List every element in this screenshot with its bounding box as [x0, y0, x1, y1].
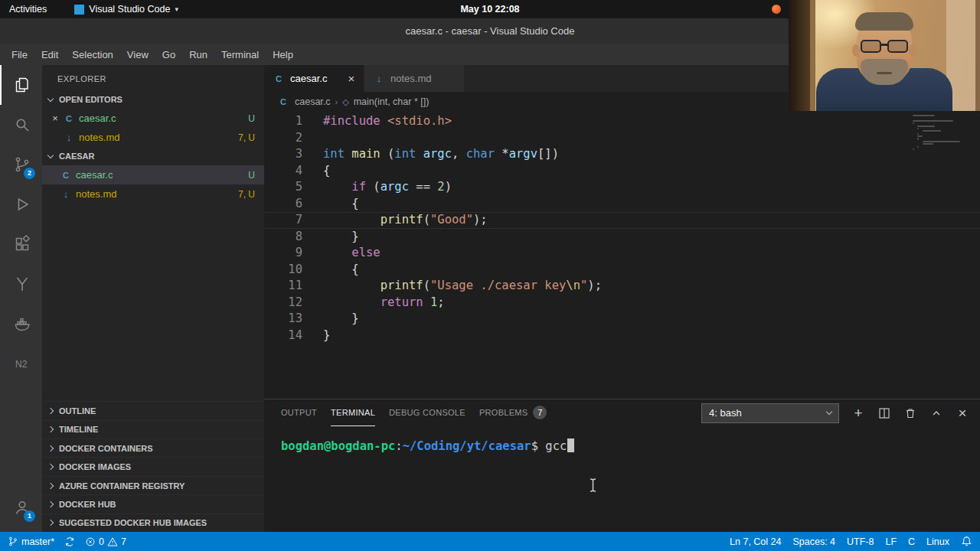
- close-editor-icon[interactable]: ×: [48, 112, 62, 124]
- new-terminal-button[interactable]: +: [851, 406, 865, 420]
- line-content: {: [302, 163, 330, 180]
- section-docker-hub[interactable]: DOCKER HUB: [42, 494, 264, 513]
- activity-n2-extension[interactable]: N2: [0, 344, 42, 383]
- code-line-4: 4{: [264, 163, 980, 180]
- panel-tab-debug-console[interactable]: DEBUG CONSOLE: [389, 399, 466, 426]
- activity-accounts[interactable]: 1: [0, 487, 42, 527]
- search-icon: [13, 116, 31, 134]
- open-editors-header[interactable]: OPEN EDITORS: [42, 90, 264, 109]
- open-editors-label: OPEN EDITORS: [59, 95, 122, 104]
- markdown-file-icon: ↓: [59, 188, 73, 200]
- line-number: 9: [264, 245, 302, 262]
- c-file-icon: C: [62, 114, 76, 123]
- warning-icon: [107, 536, 118, 547]
- activity-run-debug[interactable]: [0, 184, 42, 224]
- open-editor-caesar.c[interactable]: ×Ccaesar.cU: [42, 109, 264, 128]
- gnome-app-menu[interactable]: Visual Studio Code ▾: [74, 4, 178, 15]
- panel-tab-problems[interactable]: PROBLEMS7: [479, 399, 547, 426]
- menu-view[interactable]: View: [120, 47, 155, 63]
- code-editor[interactable]: 1#include <stdio.h>23int main (int argc,…: [264, 112, 980, 399]
- git-status-badge: 7, U: [238, 132, 255, 143]
- line-number: 2: [264, 130, 302, 147]
- project-folder-header[interactable]: CAESAR: [42, 147, 264, 165]
- problems-status[interactable]: 0 7: [85, 536, 126, 547]
- source-control-badge: 2: [24, 168, 35, 179]
- chevron-right-icon: [47, 426, 54, 432]
- menu-help[interactable]: Help: [266, 47, 300, 63]
- line-content: #include <stdio.h>: [302, 113, 452, 130]
- eol-setting[interactable]: LF: [885, 536, 897, 547]
- minimap-line: [917, 128, 919, 129]
- activity-testing[interactable]: [0, 264, 42, 304]
- terminal[interactable]: bogdan@bogdan-pc:~/Coding/yt/caesar$ gcc: [264, 426, 980, 532]
- os-indicator[interactable]: Linux: [926, 536, 949, 547]
- cursor-position[interactable]: Ln 7, Col 24: [730, 536, 781, 547]
- chevron-right-icon: [47, 408, 54, 414]
- chevron-right-icon: [47, 520, 54, 526]
- panel-tab-terminal[interactable]: TERMINAL: [331, 399, 375, 426]
- code-line-3: 3int main (int argc, char *argv[]): [264, 146, 980, 163]
- kill-terminal-button[interactable]: [903, 406, 917, 420]
- chevron-right-icon: ›: [335, 97, 338, 106]
- section-docker-images[interactable]: DOCKER IMAGES: [42, 457, 264, 475]
- open-editor-notes.md[interactable]: ↓notes.md7, U: [42, 128, 264, 147]
- editor-tab-notes.md[interactable]: ↓notes.md: [364, 65, 465, 92]
- activities-button[interactable]: Activities: [0, 4, 56, 15]
- section-timeline[interactable]: TIMELINE: [42, 420, 264, 439]
- editor-group: Ccaesar.c×↓notes.md C caesar.c › ◇ main(…: [264, 65, 980, 532]
- activity-bar: 2 N2 1: [0, 65, 42, 532]
- screen-recorder-indicator-icon[interactable]: [772, 5, 781, 14]
- activity-docker[interactable]: [0, 304, 42, 344]
- gnome-app-menu-label: Visual Studio Code: [89, 4, 170, 15]
- gnome-clock[interactable]: May 10 22:08: [460, 4, 519, 15]
- menu-file[interactable]: File: [5, 47, 34, 63]
- person-hair: [855, 12, 913, 31]
- menu-edit[interactable]: Edit: [34, 47, 65, 63]
- minimap-line: [917, 135, 922, 137]
- activity-extensions[interactable]: [0, 224, 42, 264]
- panel-tab-label: PROBLEMS: [479, 408, 528, 417]
- sync-button[interactable]: [64, 536, 75, 547]
- section-docker-containers[interactable]: DOCKER CONTAINERS: [42, 439, 264, 457]
- menu-terminal[interactable]: Terminal: [214, 47, 266, 63]
- menu-run[interactable]: Run: [182, 47, 214, 63]
- close-panel-button[interactable]: ×: [956, 406, 969, 420]
- terminal-separator: :: [395, 439, 402, 453]
- breadcrumb-symbol[interactable]: main(int, char * []): [354, 96, 430, 107]
- bell-icon[interactable]: [961, 536, 972, 547]
- minimap[interactable]: [913, 115, 968, 151]
- line-number: 6: [264, 196, 302, 213]
- tab-close-button[interactable]: ×: [345, 72, 358, 85]
- breadcrumb-file[interactable]: caesar.c: [295, 96, 331, 107]
- menu-selection[interactable]: Selection: [65, 47, 119, 63]
- wall-edge: [975, 0, 980, 111]
- panel-tab-label: DEBUG CONSOLE: [389, 408, 466, 417]
- language-mode[interactable]: C: [908, 536, 915, 547]
- menu-go[interactable]: Go: [155, 47, 182, 63]
- file-caesar.c[interactable]: Ccaesar.cU: [42, 165, 264, 184]
- person-glasses: [859, 40, 910, 54]
- project-file-list: Ccaesar.cU↓notes.md7, U: [42, 165, 264, 204]
- split-terminal-button[interactable]: [877, 406, 891, 420]
- activity-source-control[interactable]: 2: [0, 145, 42, 184]
- line-content: {: [302, 262, 359, 279]
- project-folder-label: CAESAR: [59, 152, 94, 161]
- section-suggested-docker-hub-images[interactable]: SUGGESTED DOCKER HUB IMAGES: [42, 514, 264, 532]
- activity-search[interactable]: [0, 105, 42, 145]
- file-notes.md[interactable]: ↓notes.md7, U: [42, 184, 264, 204]
- line-number: 4: [264, 163, 302, 180]
- file-name: caesar.c: [79, 112, 242, 124]
- section-outline[interactable]: OUTLINE: [42, 401, 264, 419]
- maximize-panel-button[interactable]: [929, 406, 943, 420]
- section-azure-container-registry[interactable]: AZURE CONTAINER REGISTRY: [42, 476, 264, 494]
- code-line-7: 7 printf("Good");: [264, 212, 980, 229]
- panel-tab-output[interactable]: OUTPUT: [281, 399, 317, 426]
- git-branch-status[interactable]: master*: [8, 536, 54, 547]
- editor-tab-caesar.c[interactable]: Ccaesar.c×: [264, 65, 364, 92]
- line-content: if (argc == 2): [302, 179, 452, 196]
- chevron-right-icon: [47, 464, 54, 470]
- indentation-setting[interactable]: Spaces: 4: [792, 536, 835, 547]
- activity-explorer[interactable]: [0, 65, 42, 105]
- terminal-select[interactable]: 4: bash: [701, 403, 839, 423]
- encoding-setting[interactable]: UTF-8: [847, 536, 874, 547]
